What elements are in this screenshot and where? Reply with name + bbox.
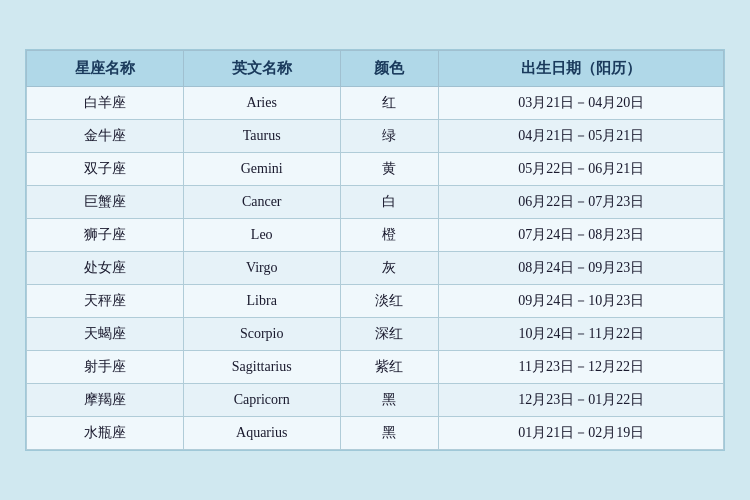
table-cell-9-2: 黑 <box>340 384 439 417</box>
column-header-0: 星座名称 <box>27 51 184 87</box>
table-row: 水瓶座Aquarius黑01月21日－02月19日 <box>27 417 724 450</box>
column-header-1: 英文名称 <box>183 51 340 87</box>
table-cell-5-3: 08月24日－09月23日 <box>439 252 724 285</box>
table-cell-0-1: Aries <box>183 87 340 120</box>
column-header-2: 颜色 <box>340 51 439 87</box>
table-cell-7-3: 10月24日－11月22日 <box>439 318 724 351</box>
table-cell-0-2: 红 <box>340 87 439 120</box>
table-cell-9-0: 摩羯座 <box>27 384 184 417</box>
table-row: 摩羯座Capricorn黑12月23日－01月22日 <box>27 384 724 417</box>
table-cell-0-0: 白羊座 <box>27 87 184 120</box>
table-cell-5-1: Virgo <box>183 252 340 285</box>
table-cell-7-2: 深红 <box>340 318 439 351</box>
table-cell-9-1: Capricorn <box>183 384 340 417</box>
table-row: 射手座Sagittarius紫红11月23日－12月22日 <box>27 351 724 384</box>
table-row: 金牛座Taurus绿04月21日－05月21日 <box>27 120 724 153</box>
table-cell-8-3: 11月23日－12月22日 <box>439 351 724 384</box>
table-row: 狮子座Leo橙07月24日－08月23日 <box>27 219 724 252</box>
table-cell-4-3: 07月24日－08月23日 <box>439 219 724 252</box>
table-cell-5-0: 处女座 <box>27 252 184 285</box>
table-cell-6-2: 淡红 <box>340 285 439 318</box>
table-cell-4-0: 狮子座 <box>27 219 184 252</box>
table-cell-4-2: 橙 <box>340 219 439 252</box>
table-cell-2-1: Gemini <box>183 153 340 186</box>
table-body: 白羊座Aries红03月21日－04月20日金牛座Taurus绿04月21日－0… <box>27 87 724 450</box>
table-cell-10-0: 水瓶座 <box>27 417 184 450</box>
table-cell-1-3: 04月21日－05月21日 <box>439 120 724 153</box>
table-cell-10-3: 01月21日－02月19日 <box>439 417 724 450</box>
table-cell-3-3: 06月22日－07月23日 <box>439 186 724 219</box>
table-cell-6-0: 天秤座 <box>27 285 184 318</box>
table-cell-8-2: 紫红 <box>340 351 439 384</box>
table-cell-6-3: 09月24日－10月23日 <box>439 285 724 318</box>
table-cell-8-1: Sagittarius <box>183 351 340 384</box>
table-cell-10-1: Aquarius <box>183 417 340 450</box>
table-cell-2-3: 05月22日－06月21日 <box>439 153 724 186</box>
table-cell-3-1: Cancer <box>183 186 340 219</box>
table-row: 巨蟹座Cancer白06月22日－07月23日 <box>27 186 724 219</box>
table-cell-6-1: Libra <box>183 285 340 318</box>
zodiac-table: 星座名称英文名称颜色出生日期（阳历） 白羊座Aries红03月21日－04月20… <box>26 50 724 450</box>
table-cell-4-1: Leo <box>183 219 340 252</box>
table-cell-7-0: 天蝎座 <box>27 318 184 351</box>
table-row: 天蝎座Scorpio深红10月24日－11月22日 <box>27 318 724 351</box>
table-cell-10-2: 黑 <box>340 417 439 450</box>
table-row: 天秤座Libra淡红09月24日－10月23日 <box>27 285 724 318</box>
table-cell-3-0: 巨蟹座 <box>27 186 184 219</box>
table-cell-7-1: Scorpio <box>183 318 340 351</box>
table-cell-0-3: 03月21日－04月20日 <box>439 87 724 120</box>
column-header-3: 出生日期（阳历） <box>439 51 724 87</box>
table-row: 双子座Gemini黄05月22日－06月21日 <box>27 153 724 186</box>
table-cell-3-2: 白 <box>340 186 439 219</box>
table-cell-9-3: 12月23日－01月22日 <box>439 384 724 417</box>
table-cell-1-1: Taurus <box>183 120 340 153</box>
table-cell-1-0: 金牛座 <box>27 120 184 153</box>
table-cell-5-2: 灰 <box>340 252 439 285</box>
table-cell-1-2: 绿 <box>340 120 439 153</box>
table-row: 白羊座Aries红03月21日－04月20日 <box>27 87 724 120</box>
table-header-row: 星座名称英文名称颜色出生日期（阳历） <box>27 51 724 87</box>
table-cell-2-0: 双子座 <box>27 153 184 186</box>
table-row: 处女座Virgo灰08月24日－09月23日 <box>27 252 724 285</box>
table-cell-2-2: 黄 <box>340 153 439 186</box>
zodiac-table-container: 星座名称英文名称颜色出生日期（阳历） 白羊座Aries红03月21日－04月20… <box>25 49 725 451</box>
table-cell-8-0: 射手座 <box>27 351 184 384</box>
